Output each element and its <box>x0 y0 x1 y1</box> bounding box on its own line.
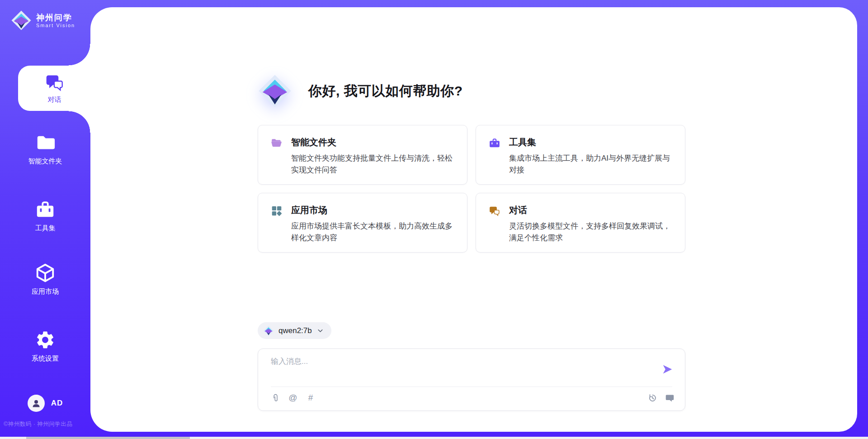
card-title: 智能文件夹 <box>291 136 455 148</box>
history-button[interactable] <box>647 392 658 403</box>
grid-cube-icon <box>271 205 283 217</box>
sidebar-item-label: 智能文件夹 <box>28 157 62 166</box>
folder-open-icon <box>271 137 283 149</box>
card-title: 对话 <box>509 204 673 216</box>
composer-divider <box>271 387 672 387</box>
at-icon: @ <box>288 393 297 403</box>
person-icon <box>31 398 42 409</box>
hash-icon: # <box>308 393 313 403</box>
sidebar-item-settings[interactable]: 系统设置 <box>0 329 90 363</box>
send-icon <box>661 363 673 375</box>
greeting-header: 你好, 我可以如何帮助你? <box>258 74 463 108</box>
card-description: 灵活切换多模型文件，支持多样回复效果调试，满足个性化需求 <box>509 220 673 244</box>
topic-button[interactable]: # <box>305 392 316 403</box>
sidebar-item-label: 对话 <box>48 95 61 104</box>
chat-bubble-icon <box>665 393 675 403</box>
tab-curve-bottom <box>69 111 90 133</box>
composer-tools: @ # <box>270 392 316 403</box>
cube-icon <box>35 262 56 283</box>
chat-icon <box>489 205 500 217</box>
copyright-text: ©神州数码 · 神州问学出品 <box>4 420 72 428</box>
paperclip-icon <box>271 393 280 403</box>
brand-diamond-icon <box>258 74 292 108</box>
card-smart-folder[interactable]: 智能文件夹 智能文件夹功能支持批量文件上传与清洗，轻松实现文件问答 <box>258 125 467 185</box>
chevron-down-icon <box>316 327 324 334</box>
app-logo: 神州问学 Smart Vision <box>11 10 75 31</box>
attachment-button[interactable] <box>270 392 281 403</box>
card-title: 应用市场 <box>291 204 455 216</box>
sidebar-item-smart-folder[interactable]: 智能文件夹 <box>0 132 90 166</box>
model-diamond-icon <box>263 325 274 336</box>
app-subtitle: Smart Vision <box>36 23 75 28</box>
app-name: 神州问学 <box>36 13 75 23</box>
scrollbar-thumb[interactable] <box>26 437 190 439</box>
folder-icon <box>35 132 56 153</box>
card-chat[interactable]: 对话 灵活切换多模型文件，支持多样回复效果调试，满足个性化需求 <box>476 193 685 253</box>
app-window: 神州问学 Smart Vision 对话 智能文件夹 工具集 <box>0 0 868 439</box>
chat-icon <box>45 72 65 92</box>
model-selector[interactable]: qwen2:7b <box>258 322 331 339</box>
card-description: 集成市场上主流工具，助力AI与外界无缝扩展与对接 <box>509 153 673 177</box>
card-app-market[interactable]: 应用市场 应用市场提供丰富长文本模板，助力高效生成多样化文章内容 <box>258 193 467 253</box>
greeting-title: 你好, 我可以如何帮助你? <box>308 82 463 100</box>
horizontal-scrollbar[interactable] <box>0 437 868 439</box>
message-composer: @ # <box>258 348 685 411</box>
send-button[interactable] <box>661 363 673 375</box>
gear-icon <box>35 329 56 350</box>
history-icon <box>648 393 657 403</box>
card-title: 工具集 <box>509 136 673 148</box>
model-name: qwen2:7b <box>278 326 312 335</box>
feature-cards: 智能文件夹 智能文件夹功能支持批量文件上传与清洗，轻松实现文件问答 工具集 集成… <box>258 125 685 253</box>
briefcase-icon <box>489 137 500 149</box>
sidebar-item-chat[interactable]: 对话 <box>18 66 91 111</box>
brand-diamond-icon <box>11 10 32 31</box>
mention-button[interactable]: @ <box>288 392 298 403</box>
card-toolset[interactable]: 工具集 集成市场上主流工具，助力AI与外界无缝扩展与对接 <box>476 125 685 185</box>
user-name: AD <box>51 399 63 408</box>
sidebar-item-app-market[interactable]: 应用市场 <box>0 262 90 296</box>
briefcase-icon <box>35 199 56 220</box>
sidebar-item-label: 工具集 <box>35 224 56 233</box>
sidebar-item-label: 应用市场 <box>32 287 59 296</box>
avatar <box>28 395 45 412</box>
tab-curve-top <box>69 44 90 66</box>
composer-tools-right <box>647 392 675 403</box>
sidebar-item-toolset[interactable]: 工具集 <box>0 199 90 233</box>
sidebar-item-label: 系统设置 <box>32 354 59 363</box>
user-account[interactable]: AD <box>0 395 90 412</box>
card-description: 应用市场提供丰富长文本模板，助力高效生成多样化文章内容 <box>291 220 455 244</box>
card-description: 智能文件夹功能支持批量文件上传与清洗，轻松实现文件问答 <box>291 153 455 177</box>
conversation-button[interactable] <box>664 392 675 403</box>
message-input[interactable] <box>271 356 651 382</box>
